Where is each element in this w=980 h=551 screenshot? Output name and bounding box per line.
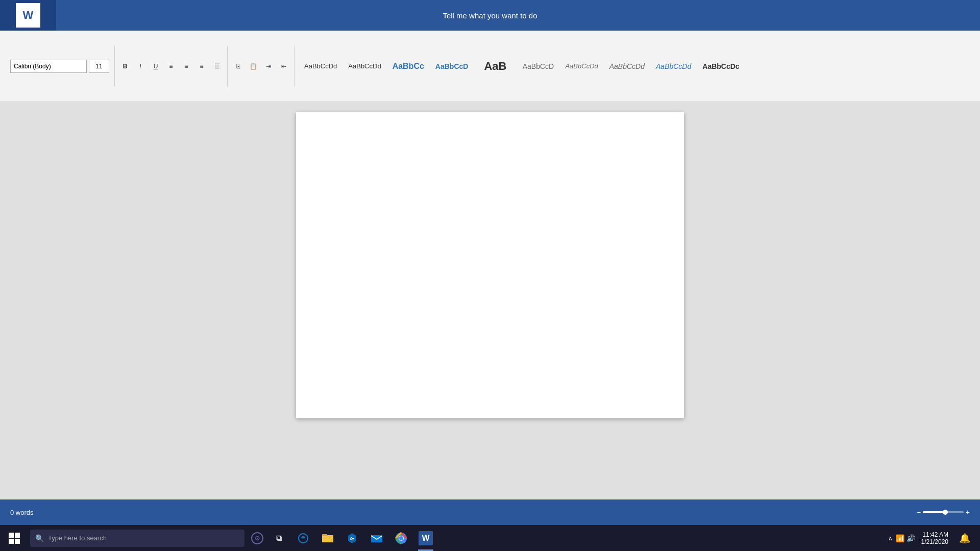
svg-rect-3 — [371, 535, 382, 542]
document-page[interactable] — [296, 112, 684, 418]
explorer-icon — [321, 531, 335, 545]
cortana-button[interactable]: ⊙ — [247, 528, 268, 549]
title-bar: W Tell me what you want to do — [0, 0, 980, 31]
paste-button[interactable]: 📋 — [246, 59, 260, 73]
italic-button[interactable]: I — [133, 59, 148, 73]
zoom-plus-button[interactable]: + — [966, 508, 970, 516]
taskbar-mail[interactable] — [365, 525, 388, 551]
style-emphasis[interactable]: AaBbCcDd — [605, 51, 649, 82]
svg-point-6 — [399, 536, 403, 540]
zoom-minus-button[interactable]: − — [917, 508, 921, 516]
style-subtle-emphasis[interactable]: AaBbCcDd — [560, 51, 602, 82]
align-left-button[interactable]: ≡ — [164, 59, 178, 73]
bold-button[interactable]: B — [118, 59, 132, 73]
document-area — [0, 102, 980, 499]
font-name-input[interactable]: Calibri (Body) — [10, 60, 87, 73]
svg-text:🛍: 🛍 — [350, 537, 354, 541]
style-no-spacing[interactable]: AaBbCcDd — [344, 51, 385, 82]
tray-icons: 📶 🔊 — [896, 534, 915, 542]
styles-gallery: AaBbCcDd AaBbCcDd AaBbCc AaBbCcD AaB AaB… — [295, 51, 975, 82]
style-title[interactable]: AaB — [475, 51, 516, 82]
ribbon-extra-section: ⎘ 📋 ⇥ ⇤ — [228, 46, 295, 87]
windows-icon — [9, 533, 20, 544]
status-right: − + — [917, 508, 970, 516]
word-logo: W — [16, 3, 40, 28]
underline-button[interactable]: U — [149, 59, 163, 73]
font-size-input[interactable]: 11 — [89, 60, 109, 73]
task-view-icon: ⧉ — [276, 534, 282, 543]
notification-icon: 🔔 — [959, 533, 970, 544]
task-view-button[interactable]: ⧉ — [268, 528, 289, 549]
svg-rect-0 — [322, 535, 333, 542]
tray-date: 1/21/2020 — [921, 538, 948, 545]
start-button[interactable] — [0, 525, 28, 551]
style-intense-emphasis[interactable]: AaBbCcDd — [651, 51, 696, 82]
bullet-list-button[interactable]: ☰ — [210, 59, 224, 73]
style-strong[interactable]: AaBbCcDc — [698, 51, 744, 82]
zoom-slider-fill — [923, 511, 943, 513]
taskbar: 🔍 Type here to search ⊙ ⧉ — [0, 525, 980, 551]
tray-clock[interactable]: 11:42 AM 1/21/2020 — [918, 531, 951, 545]
word-taskbar-icon: W — [419, 531, 433, 545]
store-icon: 🛍 — [345, 531, 359, 545]
style-heading2[interactable]: AaBbCcD — [431, 51, 473, 82]
zoom-slider[interactable] — [923, 511, 964, 513]
notification-center-button[interactable]: 🔔 — [954, 528, 975, 548]
outdent-button[interactable]: ⇤ — [277, 59, 291, 73]
status-bar: 0 words − + — [0, 499, 980, 525]
style-heading1[interactable]: AaBbCc — [388, 51, 429, 82]
ribbon-formatting-section: B I U ≡ ≡ ≡ ☰ — [115, 46, 228, 87]
ribbon: Calibri (Body) 11 B I U ≡ ≡ ≡ ☰ ⎘ 📋 ⇥ ⇤ … — [0, 31, 980, 102]
chrome-icon — [394, 531, 408, 545]
tray-expand-button[interactable]: ∧ — [888, 535, 893, 542]
cortana-icon: ⊙ — [251, 532, 263, 544]
volume-icon[interactable]: 🔊 — [906, 534, 915, 542]
taskbar-apps: 🛍 — [291, 525, 437, 551]
zoom-bar: − + — [917, 508, 970, 516]
style-subtitle[interactable]: AaBbCcD — [518, 51, 558, 82]
taskbar-edge[interactable] — [291, 525, 315, 551]
taskbar-store[interactable]: 🛍 — [340, 525, 364, 551]
taskbar-search-bar[interactable]: 🔍 Type here to search — [30, 530, 244, 547]
taskbar-explorer[interactable] — [316, 525, 339, 551]
indent-button[interactable]: ⇥ — [261, 59, 276, 73]
svg-rect-1 — [322, 534, 327, 536]
network-icon[interactable]: 📶 — [896, 534, 904, 542]
taskbar-chrome[interactable] — [389, 525, 413, 551]
word-logo-area: W — [0, 0, 56, 31]
align-center-button[interactable]: ≡ — [179, 59, 193, 73]
ribbon-font-section: Calibri (Body) 11 — [5, 46, 115, 87]
tray-time: 11:42 AM — [922, 531, 948, 538]
search-placeholder: Type here to search — [48, 534, 107, 542]
zoom-thumb — [943, 510, 948, 515]
align-right-button[interactable]: ≡ — [194, 59, 209, 73]
system-tray: ∧ 📶 🔊 11:42 AM 1/21/2020 🔔 — [888, 528, 980, 548]
title-bar-text: Tell me what you want to do — [443, 11, 537, 20]
mail-icon — [370, 531, 384, 545]
word-count: 0 words — [10, 509, 34, 516]
taskbar-word[interactable]: W — [414, 525, 437, 551]
edge-icon — [296, 531, 310, 545]
search-icon: 🔍 — [35, 534, 44, 542]
copy-button[interactable]: ⎘ — [231, 59, 245, 73]
style-normal[interactable]: AaBbCcDd — [300, 51, 341, 82]
